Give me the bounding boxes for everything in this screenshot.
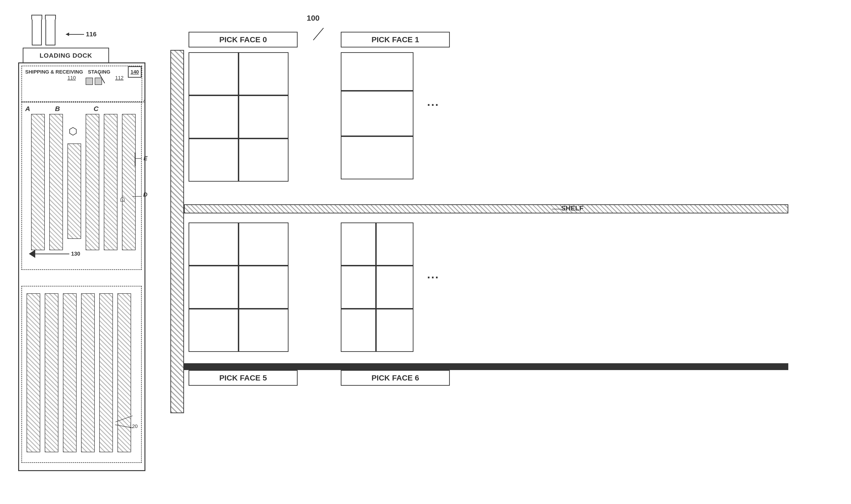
- equip-2: [95, 78, 102, 85]
- shelf-diagram: PICK FACE 0 PICK FACE 1 ... SHELF: [170, 32, 820, 474]
- grid-cell-0-r3c1: [189, 139, 239, 182]
- ref-116-label: 116: [86, 31, 97, 38]
- top-area: SHIPPING & RECEIVING 110 STAGING 112 140: [21, 66, 142, 102]
- chimney-right: [46, 18, 55, 46]
- pick-face-1-label: PICK FACE 1: [341, 32, 450, 48]
- equip-1: [86, 78, 93, 85]
- dots-upper: ...: [427, 95, 439, 109]
- section-c-label: C: [93, 105, 99, 113]
- ref-130-label: 130: [71, 251, 80, 257]
- storage-row-2: [49, 114, 63, 250]
- section-lower: [21, 286, 142, 463]
- pick-face-5-label: PICK FACE 5: [189, 370, 298, 386]
- storage-row-l3: [63, 293, 76, 452]
- arrow-116-line: [66, 34, 84, 35]
- e-line: [135, 158, 141, 159]
- grid-cell-5-r3c1: [189, 309, 239, 352]
- chimney-group: [32, 18, 55, 46]
- d-arrow: [133, 196, 141, 197]
- arrow-130-group: 130: [29, 250, 80, 258]
- chimney-left: [32, 18, 42, 46]
- shelf-label-line: [552, 209, 561, 209]
- storage-row-l5: [99, 293, 113, 452]
- warehouse-outer: 114 SHIPPING & RECEIVING 110 STAGING 112…: [18, 62, 145, 471]
- grid-cell-1-r2c1: [341, 91, 414, 136]
- left-diagram: 116 LOADING DOCK 114 SHIPPING & RECEIVIN…: [14, 18, 155, 484]
- grid-cell-0-r1c1: [189, 52, 239, 95]
- shipping-label: SHIPPING & RECEIVING: [25, 69, 83, 75]
- grid-cell-5-r1c1: [189, 222, 239, 266]
- ref-110: 110: [68, 75, 76, 81]
- storage-row-1: [31, 114, 45, 250]
- section-a-label: A: [25, 105, 30, 113]
- pick-face-6-label: PICK FACE 6: [341, 370, 450, 386]
- grid-cell-6-r1c2: [376, 222, 414, 266]
- arrow-130-line: [35, 254, 69, 254]
- grid-cell-1-r3c1: [341, 136, 414, 179]
- pick-face-0-label: PICK FACE 0: [189, 32, 298, 48]
- section-upper: A B C ⬡ E D: [21, 102, 142, 270]
- left-wall: [170, 50, 184, 413]
- grid-cell-0-r3c2: [239, 139, 289, 182]
- robot-lower-icon: ⌂: [120, 194, 125, 204]
- box-140: 140: [128, 66, 141, 78]
- grid-cell-5-r3c2: [239, 309, 289, 352]
- storage-row-l2: [45, 293, 58, 452]
- grid-cell-0-r2c1: [189, 95, 239, 139]
- grid-cell-5-r1c2: [239, 222, 289, 266]
- grid-cell-1-r1c1: [341, 52, 414, 91]
- storage-row-6: [122, 114, 136, 250]
- dots-lower: ...: [427, 268, 439, 281]
- storage-row-4: [86, 114, 99, 250]
- e-bracket: [135, 152, 135, 166]
- ref-112: 112: [115, 75, 124, 81]
- storage-row-5: [104, 114, 118, 250]
- grid-cell-6-r3c1: [341, 309, 376, 352]
- main-container: 116 LOADING DOCK 114 SHIPPING & RECEIVIN…: [0, 0, 851, 504]
- ref-100-label: 100: [307, 14, 320, 22]
- shelf-bar: [184, 204, 788, 213]
- grid-cell-6-r3c2: [376, 309, 414, 352]
- grid-cell-6-r2c1: [341, 266, 376, 309]
- loading-dock-box: LOADING DOCK: [23, 48, 109, 64]
- grid-cell-6-r2c2: [376, 266, 414, 309]
- grid-cell-0-r1c2: [239, 52, 289, 95]
- storage-row-l1: [27, 293, 40, 452]
- right-diagram: 100 PICK FACE 0 PICK FACE 1: [170, 14, 829, 490]
- section-d-label: D: [143, 191, 147, 198]
- storage-row-3: [68, 143, 81, 239]
- ref-120: 120: [129, 424, 138, 429]
- arrow-116-group: 116: [66, 31, 97, 38]
- floor-bar: [184, 363, 788, 370]
- storage-row-l6: [118, 293, 131, 452]
- section-e-label: E: [143, 155, 147, 162]
- equipment-group: [86, 78, 102, 85]
- loading-dock-text: LOADING DOCK: [39, 52, 92, 59]
- grid-cell-6-r1c1: [341, 222, 376, 266]
- grid-cell-0-r2c2: [239, 95, 289, 139]
- storage-row-l4: [81, 293, 95, 452]
- shelf-label: SHELF: [561, 204, 584, 212]
- grid-cell-5-r2c1: [189, 266, 239, 309]
- robot-upper-icon: ⬡: [69, 125, 77, 137]
- grid-cell-5-r2c2: [239, 266, 289, 309]
- section-b-label: B: [55, 105, 60, 113]
- arrow-130-head: [29, 250, 35, 258]
